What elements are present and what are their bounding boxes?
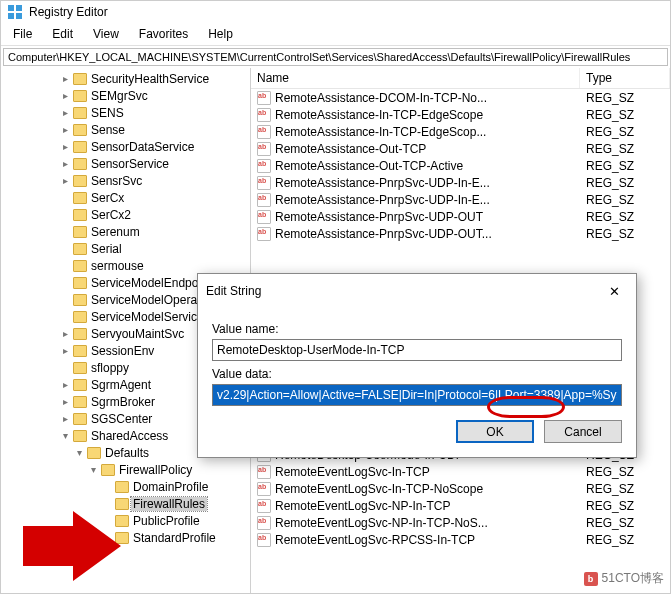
table-row[interactable]: RemoteEventLogSvc-RPCSS-In-TCPREG_SZ (251, 531, 670, 548)
folder-icon (73, 90, 87, 102)
tree-label: SensrSvc (89, 174, 144, 188)
folder-icon (73, 294, 87, 306)
tree-label: ServyouMaintSvc (89, 327, 186, 341)
expand-icon[interactable]: ▸ (59, 124, 71, 135)
expand-icon[interactable]: ▾ (73, 447, 85, 458)
tree-node[interactable]: ▸SEMgrSvc (3, 87, 250, 104)
expand-icon[interactable]: ▸ (59, 107, 71, 118)
expand-icon[interactable]: ▸ (59, 73, 71, 84)
tree-node[interactable]: ▸SensorDataService (3, 138, 250, 155)
tree-node[interactable]: ▸SecurityHealthService (3, 70, 250, 87)
tree-node[interactable]: ▸SerCx2 (3, 206, 250, 223)
tree-node[interactable]: ▸Serenum (3, 223, 250, 240)
tree-label: SgrmAgent (89, 378, 153, 392)
folder-icon (73, 430, 87, 442)
tree-label: sermouse (89, 259, 146, 273)
table-row[interactable]: RemoteAssistance-Out-TCP-ActiveREG_SZ (251, 157, 670, 174)
expand-icon[interactable]: ▸ (59, 413, 71, 424)
tree-node[interactable]: ▸SensorService (3, 155, 250, 172)
close-icon[interactable]: ✕ (600, 280, 628, 302)
tree-node[interactable]: ▸SerCx (3, 189, 250, 206)
tree-label: SessionEnv (89, 344, 156, 358)
table-row[interactable]: RemoteAssistance-Out-TCPREG_SZ (251, 140, 670, 157)
folder-icon (73, 243, 87, 255)
table-row[interactable]: RemoteEventLogSvc-In-TCPREG_SZ (251, 463, 670, 480)
table-row[interactable]: RemoteAssistance-In-TCP-EdgeScop...REG_S… (251, 123, 670, 140)
tree-label: SENS (89, 106, 126, 120)
string-value-icon (257, 465, 271, 479)
svg-rect-0 (8, 5, 14, 11)
tree-node[interactable]: ▸DomainProfile (3, 478, 250, 495)
menu-file[interactable]: File (5, 25, 40, 43)
expand-icon[interactable]: ▾ (59, 430, 71, 441)
folder-icon (73, 124, 87, 136)
value-type: REG_SZ (580, 125, 670, 139)
value-name: RemoteAssistance-PnrpSvc-UDP-OUT... (275, 227, 492, 241)
menu-help[interactable]: Help (200, 25, 241, 43)
value-name: RemoteAssistance-In-TCP-EdgeScop... (275, 125, 486, 139)
expand-icon[interactable]: ▸ (59, 396, 71, 407)
value-type: REG_SZ (580, 142, 670, 156)
table-row[interactable]: RemoteAssistance-PnrpSvc-UDP-In-E...REG_… (251, 191, 670, 208)
folder-icon (73, 209, 87, 221)
value-data-label: Value data: (212, 367, 622, 381)
tree-label: FirewallPolicy (117, 463, 194, 477)
expand-icon[interactable]: ▸ (59, 379, 71, 390)
value-type: REG_SZ (580, 210, 670, 224)
menu-edit[interactable]: Edit (44, 25, 81, 43)
value-type: REG_SZ (580, 516, 670, 530)
col-type[interactable]: Type (580, 68, 670, 88)
tree-node[interactable]: ▾FirewallPolicy (3, 461, 250, 478)
menu-favorites[interactable]: Favorites (131, 25, 196, 43)
value-data-field[interactable] (212, 384, 622, 406)
string-value-icon (257, 482, 271, 496)
table-row[interactable]: RemoteEventLogSvc-NP-In-TCP-NoS...REG_SZ (251, 514, 670, 531)
value-type: REG_SZ (580, 227, 670, 241)
expand-icon[interactable]: ▸ (59, 90, 71, 101)
dialog-titlebar[interactable]: Edit String ✕ (198, 274, 636, 308)
expand-icon[interactable]: ▸ (59, 141, 71, 152)
expand-icon[interactable]: ▾ (87, 464, 99, 475)
expand-icon[interactable]: ▸ (59, 175, 71, 186)
col-name[interactable]: Name (251, 68, 580, 88)
tree-node[interactable]: ▸PublicProfile (3, 512, 250, 529)
tree-node[interactable]: ▸StandardProfile (3, 529, 250, 546)
table-row[interactable]: RemoteAssistance-PnrpSvc-UDP-OUT...REG_S… (251, 225, 670, 242)
value-name: RemoteAssistance-DCOM-In-TCP-No... (275, 91, 487, 105)
table-row[interactable]: RemoteAssistance-PnrpSvc-UDP-In-E...REG_… (251, 174, 670, 191)
menu-view[interactable]: View (85, 25, 127, 43)
tree-node[interactable]: ▸Serial (3, 240, 250, 257)
tree-label: DomainProfile (131, 480, 210, 494)
tree-node[interactable]: ▸SENS (3, 104, 250, 121)
folder-icon (115, 532, 129, 544)
cancel-button[interactable]: Cancel (544, 420, 622, 443)
ok-button[interactable]: OK (456, 420, 534, 443)
address-bar[interactable]: Computer\HKEY_LOCAL_MACHINE\SYSTEM\Curre… (3, 48, 668, 66)
value-name: RemoteEventLogSvc-In-TCP-NoScope (275, 482, 483, 496)
table-row[interactable]: RemoteAssistance-In-TCP-EdgeScopeREG_SZ (251, 106, 670, 123)
value-type: REG_SZ (580, 482, 670, 496)
tree-label: SerCx (89, 191, 126, 205)
tree-node[interactable]: ▸Sense (3, 121, 250, 138)
table-row[interactable]: RemoteAssistance-PnrpSvc-UDP-OUTREG_SZ (251, 208, 670, 225)
expand-icon[interactable]: ▸ (59, 158, 71, 169)
value-name-field[interactable] (212, 339, 622, 361)
folder-icon (73, 73, 87, 85)
tree-label: SensorDataService (89, 140, 196, 154)
value-type: REG_SZ (580, 193, 670, 207)
svg-rect-3 (16, 13, 22, 19)
string-value-icon (257, 499, 271, 513)
tree-node[interactable]: ▸SensrSvc (3, 172, 250, 189)
value-name: RemoteAssistance-Out-TCP (275, 142, 426, 156)
table-row[interactable]: RemoteAssistance-DCOM-In-TCP-No...REG_SZ (251, 89, 670, 106)
expand-icon[interactable]: ▸ (59, 328, 71, 339)
table-row[interactable]: RemoteEventLogSvc-In-TCP-NoScopeREG_SZ (251, 480, 670, 497)
expand-icon[interactable]: ▸ (59, 345, 71, 356)
value-type: REG_SZ (580, 465, 670, 479)
tree-label: PublicProfile (131, 514, 202, 528)
tree-node[interactable]: ▸FirewallRules (3, 495, 250, 512)
tree-node[interactable]: ▸sermouse (3, 257, 250, 274)
tree-label: SEMgrSvc (89, 89, 150, 103)
table-row[interactable]: RemoteEventLogSvc-NP-In-TCPREG_SZ (251, 497, 670, 514)
string-value-icon (257, 516, 271, 530)
